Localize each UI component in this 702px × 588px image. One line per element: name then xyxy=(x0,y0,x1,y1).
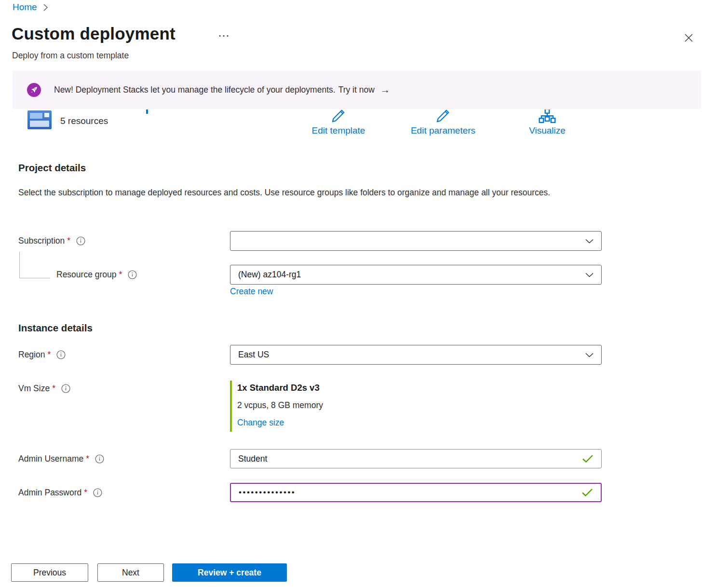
admin-password-value: •••••••••••••• xyxy=(239,488,296,497)
action-label: Edit parameters xyxy=(395,125,491,136)
required-asterisk: * xyxy=(52,383,55,394)
resource-group-label: Resource group * xyxy=(56,270,137,280)
region-value: East US xyxy=(238,350,269,360)
visualize-button[interactable]: Visualize xyxy=(499,109,595,136)
label-text: Subscription xyxy=(18,236,65,246)
required-asterisk: * xyxy=(47,350,51,360)
resource-group-dropdown[interactable]: (New) az104-rg1 xyxy=(230,265,602,285)
admin-username-input[interactable]: Student xyxy=(230,449,602,468)
banner-try-it-now-link[interactable]: Try it now xyxy=(338,85,375,95)
region-dropdown[interactable]: East US xyxy=(230,345,602,365)
label-text: Admin Password xyxy=(18,488,81,498)
chevron-right-icon xyxy=(43,3,48,12)
required-asterisk: * xyxy=(84,488,87,498)
more-options-icon[interactable]: ⋯ xyxy=(218,29,230,42)
admin-password-label: Admin Password * xyxy=(18,488,102,498)
resource-group-value: (New) az104-rg1 xyxy=(238,270,301,280)
template-resources-icon xyxy=(27,110,52,129)
admin-username-value: Student xyxy=(238,454,267,464)
create-new-link[interactable]: Create new xyxy=(230,287,273,297)
breadcrumb-home-link[interactable]: Home xyxy=(13,2,37,13)
rocket-icon xyxy=(27,83,41,97)
info-icon[interactable] xyxy=(61,384,70,393)
change-size-link[interactable]: Change size xyxy=(237,418,284,428)
breadcrumb: Home xyxy=(13,2,48,13)
info-icon[interactable] xyxy=(76,236,85,246)
deployment-stacks-banner: New! Deployment Stacks let you manage th… xyxy=(13,71,701,109)
admin-password-input[interactable]: •••••••••••••• xyxy=(230,483,602,502)
banner-message: New! Deployment Stacks let you manage th… xyxy=(54,85,336,95)
region-label: Region * xyxy=(18,350,66,360)
arrow-right-icon[interactable]: → xyxy=(380,84,390,96)
required-asterisk: * xyxy=(119,270,122,280)
next-button[interactable]: Next xyxy=(97,563,164,582)
label-text: Region xyxy=(18,350,45,360)
edit-template-button[interactable]: Edit template xyxy=(290,109,387,136)
chevron-down-icon[interactable] xyxy=(585,239,594,244)
vm-size-accent-bar xyxy=(230,381,232,432)
edit-parameters-button[interactable]: Edit parameters xyxy=(395,109,491,136)
subscription-label: Subscription * xyxy=(18,236,85,246)
label-text: Resource group xyxy=(56,270,117,280)
info-icon[interactable] xyxy=(95,454,104,464)
subscription-dropdown[interactable] xyxy=(230,231,602,251)
vm-size-label: Vm Size * xyxy=(18,383,70,394)
label-text: Vm Size xyxy=(18,383,50,394)
hierarchy-icon xyxy=(499,109,595,124)
close-icon[interactable] xyxy=(680,29,697,46)
clipped-element-fragment xyxy=(146,109,148,114)
review-create-button[interactable]: Review + create xyxy=(172,563,287,582)
instance-details-heading: Instance details xyxy=(18,322,93,334)
chevron-down-icon[interactable] xyxy=(585,273,594,277)
vm-size-specs: 2 vcpus, 8 GB memory xyxy=(237,400,323,410)
valid-check-icon xyxy=(581,488,593,497)
admin-username-label: Admin Username * xyxy=(18,454,104,464)
action-label: Visualize xyxy=(499,125,595,136)
previous-button[interactable]: Previous xyxy=(11,563,88,582)
page-title: Custom deployment xyxy=(12,24,176,43)
action-label: Edit template xyxy=(290,125,387,136)
required-asterisk: * xyxy=(86,454,89,464)
resources-count-label: 5 resources xyxy=(60,116,108,126)
label-text: Admin Username xyxy=(18,454,83,464)
indent-connector-line xyxy=(19,252,50,278)
chevron-down-icon[interactable] xyxy=(585,353,594,357)
page-subtitle: Deploy from a custom template xyxy=(12,51,129,61)
info-icon[interactable] xyxy=(128,270,137,279)
custom-deployment-page: Home Custom deployment ⋯ Deploy from a c… xyxy=(0,0,702,588)
project-details-heading: Project details xyxy=(18,162,86,174)
vm-size-selection: 1x Standard D2s v3 xyxy=(237,383,320,393)
pencil-icon xyxy=(290,109,387,124)
valid-check-icon xyxy=(582,454,594,463)
info-icon[interactable] xyxy=(56,350,66,359)
info-icon[interactable] xyxy=(93,488,102,497)
required-asterisk: * xyxy=(67,236,70,246)
pencil-icon xyxy=(395,109,491,124)
project-details-description: Select the subscription to manage deploy… xyxy=(18,185,573,200)
